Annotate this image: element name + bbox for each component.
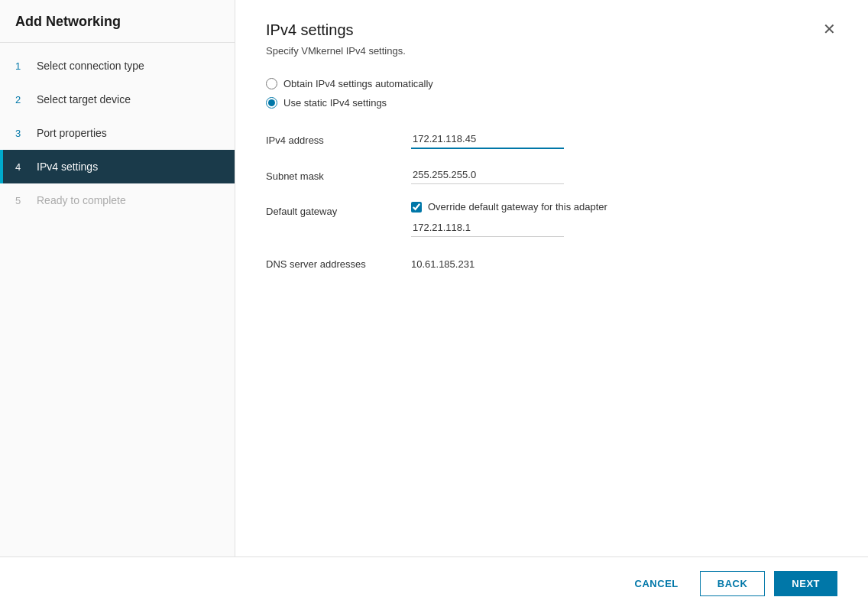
step-number-4: 4 [15,161,28,173]
dns-value-area: 10.61.185.231 [411,254,837,270]
sidebar-item-ready[interactable]: 5 Ready to complete [0,183,235,217]
subnet-mask-label: Subnet mask [266,166,411,182]
radio-option-auto[interactable]: Obtain IPv4 settings automatically [266,78,837,89]
page-title: IPv4 settings [266,21,354,39]
radio-static-label: Use static IPv4 settings [283,97,387,109]
step-label-4: IPv4 settings [37,161,98,173]
radio-group-ipv4-mode: Obtain IPv4 settings automatically Use s… [266,78,837,109]
dns-label: DNS server addresses [266,254,411,270]
radio-static[interactable] [266,97,277,109]
gateway-input[interactable] [411,219,564,237]
form-row-subnet-mask: Subnet mask [266,166,837,184]
radio-option-static[interactable]: Use static IPv4 settings [266,97,837,109]
step-number-2: 2 [15,94,28,105]
default-gateway-label: Default gateway [266,201,411,217]
step-number-1: 1 [15,60,28,72]
next-button[interactable]: NEXT [774,571,837,596]
step-number-3: 3 [15,128,28,139]
content-subtitle: Specify VMkernel IPv4 settings. [266,45,837,57]
step-label-2: Select target device [37,93,131,105]
override-checkbox-label: Override default gateway for this adapte… [428,201,607,213]
step-label-1: Select connection type [37,60,144,72]
content-header: IPv4 settings ✕ [266,21,837,39]
sidebar: Add Networking 1 Select connection type … [0,0,235,556]
sidebar-steps: 1 Select connection type 2 Select target… [0,43,235,556]
ipv4-address-input-area [411,130,837,149]
override-checkbox-row: Override default gateway for this adapte… [411,201,837,213]
sidebar-item-port-properties[interactable]: 3 Port properties [0,116,235,150]
sidebar-item-ipv4-settings[interactable]: 4 IPv4 settings [0,150,235,183]
subnet-mask-input[interactable] [411,166,564,184]
sidebar-item-select-target[interactable]: 2 Select target device [0,83,235,116]
modal-body: Add Networking 1 Select connection type … [0,0,868,556]
sidebar-item-select-connection[interactable]: 1 Select connection type [0,49,235,83]
modal-footer: CANCEL BACK NEXT [0,556,868,610]
radio-auto-label: Obtain IPv4 settings automatically [283,78,433,89]
form-row-ipv4-address: IPv4 address [266,130,837,149]
add-networking-modal: Add Networking 1 Select connection type … [0,0,868,610]
radio-auto[interactable] [266,78,277,89]
gateway-input-area: Override default gateway for this adapte… [411,201,837,237]
dns-value: 10.61.185.231 [411,254,837,270]
override-gateway-checkbox[interactable] [411,202,422,213]
back-button[interactable]: BACK [700,571,766,596]
form-row-dns: DNS server addresses 10.61.185.231 [266,254,837,270]
cancel-button[interactable]: CANCEL [623,572,691,595]
step-label-5: Ready to complete [37,194,126,206]
subnet-mask-input-area [411,166,837,184]
main-content: IPv4 settings ✕ Specify VMkernel IPv4 se… [235,0,868,556]
form-row-default-gateway: Default gateway Override default gateway… [266,201,837,237]
step-number-5: 5 [15,195,28,206]
form-section: Obtain IPv4 settings automatically Use s… [266,78,837,287]
ipv4-address-label: IPv4 address [266,130,411,146]
step-label-3: Port properties [37,127,107,139]
ipv4-address-input[interactable] [411,130,564,149]
close-button[interactable]: ✕ [821,21,837,37]
sidebar-title: Add Networking [0,0,235,43]
